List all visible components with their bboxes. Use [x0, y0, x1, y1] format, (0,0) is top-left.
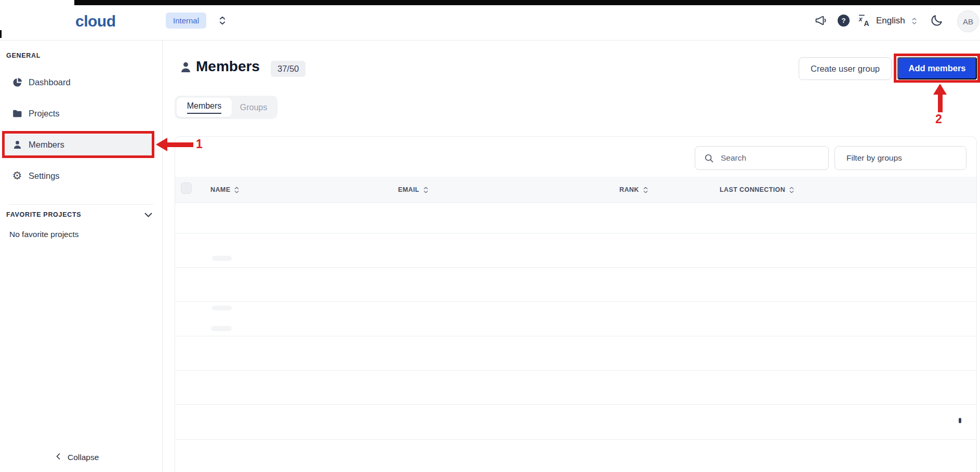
search-box	[695, 146, 829, 170]
language-selector-icon[interactable]	[911, 17, 917, 25]
table-row-separator	[175, 336, 976, 336]
sidebar-item-label: Dashboard	[29, 77, 71, 87]
column-header-name[interactable]: NAME	[210, 183, 239, 196]
sidebar-section-general: GENERAL	[6, 52, 41, 59]
page-title: Members	[196, 58, 260, 75]
avatar[interactable]: AB	[957, 10, 979, 32]
gear-icon: ⚙	[11, 170, 23, 181]
sort-icon	[789, 186, 794, 194]
search-icon	[704, 153, 714, 164]
redacted-blur	[212, 256, 232, 261]
pie-chart-icon	[11, 76, 23, 88]
members-count-badge: 37/50	[271, 61, 306, 77]
search-input[interactable]	[721, 153, 814, 163]
language-label[interactable]: English	[876, 16, 905, 26]
redacted-blur	[211, 326, 232, 331]
table-header	[175, 177, 976, 203]
members-groups-tabs: Members Groups	[175, 96, 277, 119]
favorites-empty-text: No favorite projects	[9, 230, 79, 239]
column-header-last-connection[interactable]: LAST CONNECTION	[720, 183, 794, 196]
select-all-checkbox[interactable]	[181, 182, 192, 194]
tab-members[interactable]: Members	[177, 98, 232, 117]
annotation-arrow-step2-shaft	[938, 94, 943, 112]
browser-top-strip	[74, 0, 980, 5]
organization-selector-icon[interactable]	[219, 16, 226, 25]
stray-character-mark	[959, 418, 961, 423]
app-window: cloud Internal ? xA English AB GENERAL D…	[0, 0, 980, 472]
folder-icon	[11, 108, 23, 119]
tab-groups[interactable]: Groups	[232, 98, 275, 117]
sidebar-divider	[9, 204, 153, 205]
left-edge-mark	[0, 30, 2, 38]
megaphone-icon[interactable]	[814, 14, 828, 30]
sidebar-collapse-button[interactable]: Collapse	[54, 452, 99, 463]
organization-badge-label: Internal	[173, 16, 199, 25]
redacted-blur	[212, 306, 232, 310]
chevron-left-icon	[54, 452, 62, 463]
filter-by-groups-button[interactable]: Filter by groups	[835, 146, 966, 170]
column-header-email[interactable]: EMAIL	[398, 183, 428, 196]
table-row-separator	[175, 439, 976, 440]
annotation-box-step2	[894, 54, 980, 83]
sidebar-item-settings[interactable]: ⚙ Settings	[0, 165, 156, 186]
moon-icon[interactable]	[930, 14, 944, 30]
sidebar-item-label: Projects	[29, 109, 60, 119]
create-user-group-button[interactable]: Create user group	[799, 57, 892, 80]
sort-icon	[643, 186, 648, 194]
organization-badge[interactable]: Internal	[166, 12, 206, 29]
collapse-label: Collapse	[68, 453, 99, 462]
chevron-down-icon[interactable]	[143, 210, 153, 222]
topbar	[0, 0, 980, 41]
sidebar-item-label: Settings	[29, 171, 60, 181]
svg-text:A: A	[864, 19, 869, 28]
annotation-step1-label: 1	[196, 137, 203, 151]
column-header-rank[interactable]: RANK	[619, 183, 648, 196]
table-row-separator	[175, 404, 976, 405]
annotation-arrow-step1-shaft	[165, 142, 193, 147]
translate-icon[interactable]: xA	[857, 14, 871, 30]
annotation-arrow-step2	[933, 84, 947, 95]
avatar-initials: AB	[963, 17, 973, 26]
sidebar-item-dashboard[interactable]: Dashboard	[0, 72, 156, 93]
table-row-separator	[175, 301, 976, 302]
table-row-separator	[175, 370, 976, 371]
members-title-icon	[179, 60, 193, 76]
sidebar-section-favorite-projects: FAVORITE PROJECTS	[6, 211, 81, 218]
sort-icon	[234, 186, 239, 194]
sidebar-item-projects[interactable]: Projects	[0, 103, 156, 124]
sort-icon	[423, 186, 428, 194]
cloud-logo[interactable]: cloud	[75, 12, 116, 30]
help-icon[interactable]: ?	[838, 15, 850, 27]
annotation-step2-label: 2	[935, 112, 942, 126]
table-row-separator	[175, 233, 976, 233]
table-row-separator	[175, 267, 976, 268]
annotation-box-step1	[2, 131, 154, 158]
svg-text:x: x	[858, 16, 863, 23]
